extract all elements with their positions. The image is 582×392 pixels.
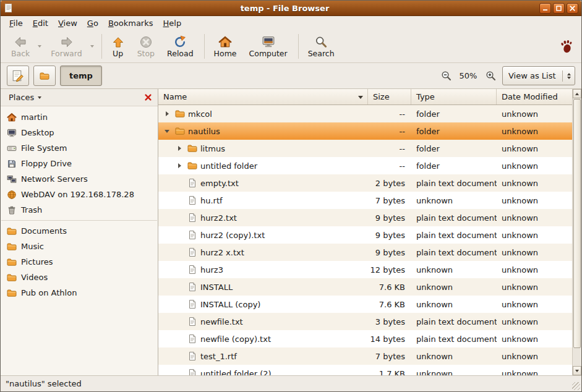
scroll-down-button[interactable] bbox=[573, 366, 581, 375]
folder-icon bbox=[175, 126, 185, 136]
sidebar-close-button[interactable] bbox=[142, 92, 154, 104]
expander-expanded-icon[interactable] bbox=[162, 130, 172, 133]
menu-edit[interactable]: Edit bbox=[28, 17, 53, 29]
file-row-hurz3[interactable]: hurz312 bytesunknownunknown bbox=[158, 261, 572, 278]
zoom-in-button[interactable] bbox=[483, 68, 498, 84]
sidebar-item-file-system[interactable]: File System bbox=[1, 140, 158, 156]
sidebar-item-label: Floppy Drive bbox=[21, 159, 72, 168]
column-header-name[interactable]: Name bbox=[158, 89, 368, 104]
sidebar-item-videos[interactable]: Videos bbox=[1, 270, 158, 285]
file-type: plain text document bbox=[411, 226, 497, 244]
folder-icon bbox=[187, 143, 197, 153]
file-row-untitled-folder-2-[interactable]: untitled folder (2)1.7 KBunknownunknown bbox=[158, 365, 572, 375]
tool-label: Reload bbox=[167, 49, 194, 58]
sidebar-item-desktop[interactable]: Desktop bbox=[1, 125, 158, 140]
home-button[interactable]: Home bbox=[208, 33, 242, 59]
menu-bookmarks[interactable]: Bookmarks bbox=[103, 17, 158, 29]
resize-grip[interactable] bbox=[572, 382, 580, 390]
file-name: empty.txt bbox=[200, 179, 239, 188]
sidebar-item-floppy-drive[interactable]: Floppy Drive bbox=[1, 156, 158, 171]
sidebar-item-webdav-on-192-168-178-28[interactable]: WebDAV on 192.168.178.28 bbox=[1, 187, 158, 202]
floppy-icon bbox=[7, 159, 17, 169]
vertical-scrollbar[interactable] bbox=[572, 89, 581, 375]
search-button[interactable]: Search bbox=[302, 33, 340, 59]
file-size: 9 bytes bbox=[368, 244, 411, 261]
file-date-modified: unknown bbox=[497, 244, 572, 261]
zoom-out-button[interactable] bbox=[439, 68, 453, 84]
computer-button[interactable]: Computer bbox=[244, 33, 293, 59]
file-row-hu-rtf[interactable]: hu.rtf7 bytesunknownunknown bbox=[158, 192, 572, 209]
file-row-empty-txt[interactable]: empty.txt2 bytesplain text documentunkno… bbox=[158, 174, 572, 192]
file-row-hurz2-x-txt[interactable]: hurz2 x.txt9 bytesplain text documentunk… bbox=[158, 244, 572, 261]
chevron-down-icon bbox=[575, 370, 579, 372]
edit-location-icon bbox=[11, 69, 25, 83]
sidebar-item-network-servers[interactable]: Network Servers bbox=[1, 171, 158, 187]
folder-icon bbox=[7, 226, 17, 236]
file-row-newfile-copy-txt[interactable]: newfile (copy).txt14 bytesplain text doc… bbox=[158, 330, 572, 347]
file-row-nautilus[interactable]: nautilus--folderunknown bbox=[158, 122, 572, 140]
expander-collapsed-icon[interactable] bbox=[174, 146, 184, 151]
file-row-test-1-rtf[interactable]: test_1.rtf7 bytesunknownunknown bbox=[158, 347, 572, 365]
sidebar-item-music[interactable]: Music bbox=[1, 239, 158, 254]
file-row-mkcol[interactable]: mkcol--folderunknown bbox=[158, 105, 572, 122]
path-button-root[interactable] bbox=[33, 66, 56, 86]
file-row-hurz2-txt[interactable]: hurz2.txt9 bytesplain text documentunkno… bbox=[158, 209, 572, 226]
sidebar-item-martin[interactable]: martin bbox=[1, 109, 158, 125]
file-row-install-copy-[interactable]: INSTALL (copy)7.6 KBunknownunknown bbox=[158, 296, 572, 313]
sidebar-item-documents[interactable]: Documents bbox=[1, 223, 158, 239]
file-row-hurz2-copy-txt[interactable]: hurz2 (copy).txt9 bytesplain text docume… bbox=[158, 226, 572, 244]
scroll-up-button[interactable] bbox=[573, 89, 581, 98]
places-dropdown[interactable]: Places bbox=[4, 91, 46, 104]
column-header-size[interactable]: Size bbox=[368, 89, 411, 104]
reload-button[interactable]: Reload bbox=[161, 33, 199, 59]
expander-collapsed-icon[interactable] bbox=[174, 163, 184, 168]
triangle-icon bbox=[178, 146, 181, 151]
file-rows: mkcol--folderunknownnautilus--folderunkn… bbox=[158, 105, 572, 375]
file-icon bbox=[187, 230, 197, 240]
file-row-litmus[interactable]: litmus--folderunknown bbox=[158, 140, 572, 157]
file-row-newfile-txt[interactable]: newfile.txt3 bytesplain text documentunk… bbox=[158, 313, 572, 330]
file-row-install[interactable]: INSTALL7.6 KBunknownunknown bbox=[158, 278, 572, 296]
sidebar-item-label: Documents bbox=[21, 226, 67, 236]
maximize-button[interactable] bbox=[553, 3, 565, 14]
expander-collapsed-icon[interactable] bbox=[162, 111, 172, 116]
file-name: newfile.txt bbox=[200, 317, 243, 326]
minimize-button[interactable] bbox=[539, 3, 551, 14]
sidebar-item-label: WebDAV on 192.168.178.28 bbox=[21, 190, 134, 199]
sidebar-item-pub-on-athlon[interactable]: Pub on Athlon bbox=[1, 285, 158, 300]
forward-button[interactable]: Forward bbox=[45, 33, 87, 59]
file-date-modified: unknown bbox=[497, 261, 572, 278]
triangle-icon bbox=[165, 130, 169, 133]
file-type: unknown bbox=[411, 347, 497, 365]
column-header-type[interactable]: Type bbox=[411, 89, 497, 104]
back-button[interactable]: Back bbox=[6, 33, 35, 59]
back-dropdown-button[interactable] bbox=[35, 32, 44, 61]
view-as-dropdown[interactable]: View as List bbox=[502, 66, 575, 85]
column-header-date-modified[interactable]: Date Modified bbox=[497, 89, 572, 104]
close-button[interactable] bbox=[567, 3, 578, 14]
menu-help[interactable]: Help bbox=[158, 17, 187, 29]
menu-file[interactable]: File bbox=[4, 17, 28, 29]
scrollbar-thumb[interactable] bbox=[573, 99, 581, 348]
sidebar-item-pictures[interactable]: Pictures bbox=[1, 254, 158, 270]
view-as-label: View as List bbox=[508, 71, 556, 80]
file-row-untitled-folder[interactable]: untitled folder--folderunknown bbox=[158, 157, 572, 174]
file-date-modified: unknown bbox=[497, 105, 572, 122]
scrollbar-trough[interactable] bbox=[573, 98, 581, 366]
tool-label: Back bbox=[11, 49, 30, 58]
menu-view[interactable]: View bbox=[53, 17, 82, 29]
toggle-location-entry-button[interactable] bbox=[7, 66, 29, 86]
sort-arrow-icon bbox=[358, 96, 363, 99]
file-size: 12 bytes bbox=[368, 261, 411, 278]
sidebar-item-label: Music bbox=[21, 242, 44, 251]
titlebar[interactable]: temp - File Browser bbox=[1, 1, 581, 16]
computer-group: Computer bbox=[244, 33, 293, 59]
sidebar-item-trash[interactable]: Trash bbox=[1, 202, 158, 218]
path-button-temp[interactable]: temp bbox=[60, 66, 102, 86]
up-button[interactable]: Up bbox=[106, 33, 131, 59]
file-name: hurz2 x.txt bbox=[200, 248, 244, 257]
forward-dropdown-button[interactable] bbox=[88, 32, 96, 61]
menu-go[interactable]: Go bbox=[82, 17, 103, 29]
file-size: 7.6 KB bbox=[368, 278, 411, 296]
stop-button[interactable]: Stop bbox=[132, 33, 160, 59]
